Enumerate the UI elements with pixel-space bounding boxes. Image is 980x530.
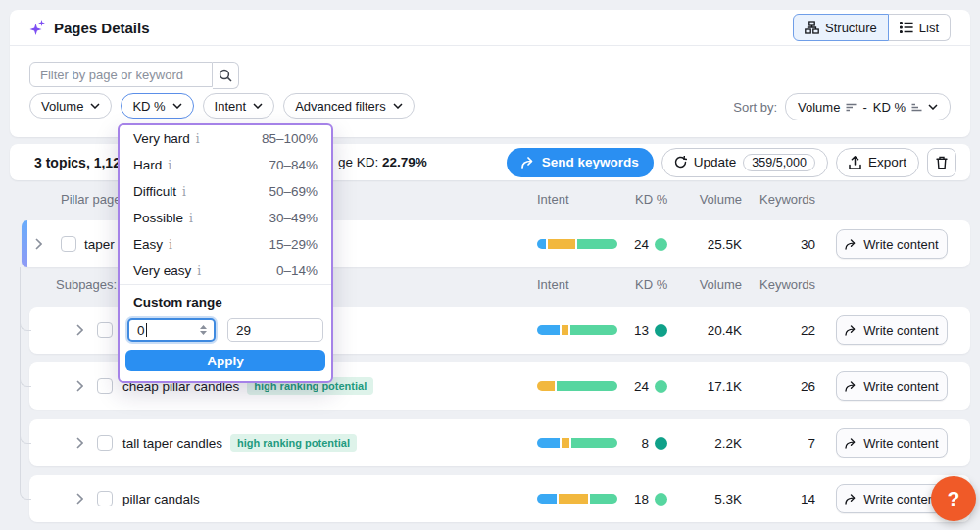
search-icon <box>219 69 232 82</box>
kd-option-label: Easy <box>133 237 163 252</box>
table-row[interactable]: pillar candals 18 5.3K 14 Write content <box>29 475 970 522</box>
info-icon[interactable]: i <box>189 212 193 225</box>
row-label: tall taper candles <box>122 436 222 451</box>
keywords-cell: 22 <box>760 307 815 354</box>
tree-connector-elbow <box>20 316 31 331</box>
search-input[interactable] <box>29 62 213 87</box>
search-group <box>29 62 239 89</box>
kd-option-range: 85–100% <box>262 131 318 146</box>
kd-option-range: 0–14% <box>276 264 318 278</box>
list-icon <box>900 22 913 33</box>
expand-chevron[interactable] <box>76 419 83 466</box>
sort-dropdown[interactable]: Volume - KD % <box>785 93 951 120</box>
intent-filter-chip[interactable]: Intent <box>203 93 275 119</box>
kd-option-hard[interactable]: Hard i 70–84% <box>120 152 331 178</box>
search-button[interactable] <box>213 62 239 89</box>
write-content-label: Write content <box>863 492 938 506</box>
kd-option-difficult[interactable]: Difficult i 50–69% <box>120 178 331 205</box>
write-arrow-icon <box>845 494 858 505</box>
sort-asc-icon <box>911 103 922 112</box>
sort-area: Sort by: Volume - KD % <box>733 93 951 120</box>
keywords-column-header: Keywords <box>760 192 815 207</box>
write-content-cell: Write content <box>836 307 948 354</box>
tree-connector-elbow <box>20 372 31 387</box>
advanced-filters-chip[interactable]: Advanced filters <box>283 93 415 119</box>
keywords-column-header: Keywords <box>760 277 815 292</box>
expand-chevron[interactable] <box>76 307 83 354</box>
write-content-button[interactable]: Write content <box>836 371 948 401</box>
row-checkbox[interactable] <box>97 419 113 466</box>
to-value: 29 <box>236 323 251 338</box>
send-arrow-icon <box>521 157 535 169</box>
update-button[interactable]: Update 359/5,000 <box>662 148 828 177</box>
kd-option-very-easy[interactable]: Very easy i 0–14% <box>120 258 331 284</box>
keywords-cell: 30 <box>760 220 815 267</box>
subpages-label: Subpages: <box>56 277 117 292</box>
list-toggle-label: List <box>919 21 939 35</box>
write-content-cell: Write content <box>836 419 948 466</box>
kd-dot <box>655 419 667 466</box>
list-toggle-button[interactable]: List <box>889 14 951 41</box>
refresh-icon <box>674 156 687 169</box>
text-caret <box>146 323 147 337</box>
kd-option-possible[interactable]: Possible i 30–49% <box>120 205 331 231</box>
expand-chevron[interactable] <box>76 475 83 522</box>
top-panel: Pages Details Structure List <box>10 10 970 137</box>
sort-second-value: KD % <box>873 100 906 115</box>
table-row[interactable]: tall taper candles high ranking potentia… <box>29 419 970 466</box>
kd-filter-chip[interactable]: KD % <box>121 93 193 119</box>
kd-value-cell: 18 <box>615 475 649 522</box>
title-row: Pages Details Structure List <box>10 10 970 46</box>
kd-filter-dropdown-panel: Very hard i 85–100% Hard i 70–84% Diffic… <box>118 123 333 383</box>
expand-chevron[interactable] <box>76 362 83 410</box>
volume-cell: 20.4K <box>676 307 742 354</box>
info-icon[interactable]: i <box>196 132 200 146</box>
row-checkbox[interactable] <box>61 220 76 267</box>
write-content-label: Write content <box>863 436 938 451</box>
intent-bar <box>537 239 617 249</box>
volume-cell: 17.1K <box>676 362 742 410</box>
send-keywords-button[interactable]: Send keywords <box>507 148 654 177</box>
chevron-down-icon <box>172 103 182 109</box>
row-checkbox[interactable] <box>97 362 113 410</box>
volume-filter-chip[interactable]: Volume <box>29 93 112 119</box>
volume-cell: 2.2K <box>676 419 742 466</box>
write-content-label: Write content <box>863 323 938 338</box>
number-stepper[interactable] <box>200 320 207 340</box>
average-kd-summary: ge KD: 22.79% <box>338 155 427 169</box>
export-button[interactable]: Export <box>836 148 919 177</box>
high-ranking-potential-badge: high ranking potential <box>230 434 357 452</box>
custom-range-to-input[interactable]: 29 <box>227 318 323 342</box>
chevron-down-icon <box>253 103 263 109</box>
kd-option-range: 70–84% <box>269 158 318 172</box>
info-icon[interactable]: i <box>197 265 201 278</box>
info-icon[interactable]: i <box>169 238 172 252</box>
intent-bar <box>537 494 617 504</box>
kd-value-cell: 13 <box>615 307 649 354</box>
custom-range-from-input[interactable]: 0 <box>127 318 216 342</box>
row-checkbox[interactable] <box>97 307 113 354</box>
write-content-button[interactable]: Write content <box>836 428 948 458</box>
kd-option-range: 15–29% <box>269 237 318 252</box>
update-label: Update <box>694 155 737 169</box>
kd-option-range: 30–49% <box>269 211 318 225</box>
filter-chips: Volume KD % Intent Advanced filters <box>29 93 415 119</box>
info-icon[interactable]: i <box>182 185 186 199</box>
structure-toggle-button[interactable]: Structure <box>793 14 889 41</box>
kd-option-range: 50–69% <box>269 184 318 199</box>
kd-option-easy[interactable]: Easy i 15–29% <box>120 231 331 258</box>
kd-option-very-hard[interactable]: Very hard i 85–100% <box>120 125 331 152</box>
apply-button[interactable]: Apply <box>125 350 325 371</box>
write-content-button[interactable]: Write content <box>836 315 948 345</box>
intent-bar-cell <box>537 307 617 354</box>
intent-bar <box>537 325 617 335</box>
help-button[interactable]: ? <box>931 476 976 521</box>
expand-chevron[interactable] <box>35 220 42 267</box>
kd-option-label: Hard <box>133 158 162 172</box>
update-count-badge: 359/5,000 <box>743 154 815 171</box>
delete-button[interactable] <box>927 148 956 177</box>
info-icon[interactable]: i <box>168 159 172 172</box>
row-checkbox[interactable] <box>97 475 113 522</box>
write-content-button[interactable]: Write content <box>836 229 948 259</box>
write-content-cell: Write content <box>836 362 948 410</box>
